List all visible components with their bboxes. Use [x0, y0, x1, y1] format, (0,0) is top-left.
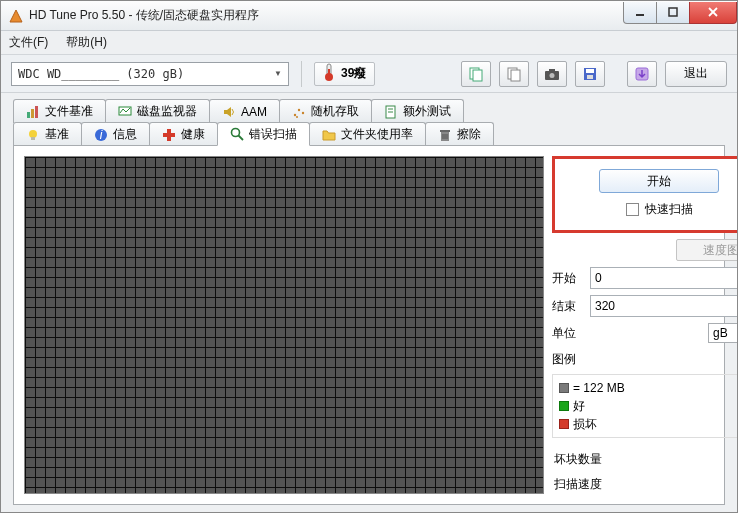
scan-speed-label: 扫描速度 — [554, 476, 602, 493]
speedmap-button: 速度图 — [676, 239, 738, 261]
quick-scan-label: 快速扫描 — [645, 201, 693, 218]
legend-swatch-block — [559, 383, 569, 393]
svg-line-38 — [239, 136, 244, 141]
separator — [301, 61, 302, 87]
titlebar: HD Tune Pro 5.50 - 传统/固态硬盘实用程序 — [1, 1, 737, 31]
stat-scan-speed: 扫描速度 - — [552, 475, 738, 494]
monitor-icon — [118, 105, 132, 119]
svg-rect-40 — [440, 130, 450, 132]
tab-aam[interactable]: AAM — [209, 99, 280, 123]
quick-scan-checkbox[interactable] — [626, 203, 639, 216]
start-spinner: ▲▼ — [590, 267, 738, 289]
unit-label: 单位 — [552, 325, 576, 342]
svg-point-25 — [298, 108, 300, 110]
minimize-button[interactable] — [623, 2, 657, 24]
svg-point-24 — [294, 113, 296, 115]
tab-row-bottom: 基准 i信息 健康 错误扫描 文件夹使用率 擦除 — [13, 122, 725, 146]
temperature-value: 39癈 — [341, 65, 366, 82]
window-title: HD Tune Pro 5.50 - 传统/固态硬盘实用程序 — [29, 7, 624, 24]
tabs-container: 文件基准 磁盘监视器 AAM 随机存取 额外测试 基准 i信息 健康 错误扫描 … — [1, 93, 737, 505]
tab-health[interactable]: 健康 — [149, 122, 218, 146]
svg-rect-7 — [328, 69, 330, 77]
copy-screenshot-button[interactable] — [499, 61, 529, 87]
svg-point-26 — [302, 111, 304, 113]
end-field-label: 结束 — [552, 298, 584, 315]
legend-title: 图例 — [552, 351, 738, 368]
tab-benchmark[interactable]: 基准 — [13, 122, 82, 146]
menu-file[interactable]: 文件(F) — [9, 34, 48, 51]
bad-blocks-label: 坏块数量 — [554, 451, 602, 468]
app-icon — [9, 9, 23, 23]
page-icon — [384, 105, 398, 119]
tab-random-access[interactable]: 随机存取 — [279, 99, 372, 123]
svg-rect-16 — [586, 69, 594, 73]
svg-marker-23 — [224, 107, 231, 117]
tab-info[interactable]: i信息 — [81, 122, 150, 146]
legend-swatch-good — [559, 401, 569, 411]
svg-rect-17 — [587, 75, 593, 79]
tab-error-scan[interactable]: 错误扫描 — [217, 122, 310, 146]
error-scan-panel: 开始 快速扫描 速度图 开始 ▲▼ 结束 — [13, 145, 725, 505]
trash-icon — [438, 128, 452, 142]
menubar: 文件(F) 帮助(H) — [1, 31, 737, 55]
scan-grid-cells — [25, 157, 543, 493]
options-button[interactable] — [627, 61, 657, 87]
tab-folder-usage[interactable]: 文件夹使用率 — [309, 122, 426, 146]
svg-rect-32 — [31, 137, 35, 140]
scan-controls: 开始 快速扫描 速度图 开始 ▲▼ 结束 — [552, 156, 738, 494]
legend-bad-text: 损坏 — [573, 415, 597, 433]
folder-icon — [322, 128, 336, 142]
scan-block-map — [24, 156, 544, 494]
end-spinner: ▲▼ — [590, 295, 738, 317]
maximize-button[interactable] — [656, 2, 690, 24]
app-window: HD Tune Pro 5.50 - 传统/固态硬盘实用程序 文件(F) 帮助(… — [0, 0, 738, 513]
start-input[interactable] — [590, 267, 738, 289]
spark-icon — [292, 105, 306, 119]
svg-rect-11 — [511, 70, 520, 81]
temperature-display: 39癈 — [314, 62, 375, 86]
thermometer-icon — [323, 63, 335, 84]
svg-rect-1 — [636, 14, 644, 16]
svg-point-31 — [29, 130, 37, 138]
save-button[interactable] — [575, 61, 605, 87]
chevron-down-icon: ▼ — [274, 69, 282, 78]
tab-row-top: 文件基准 磁盘监视器 AAM 随机存取 额外测试 — [13, 99, 725, 123]
unit-value: gB — [713, 326, 728, 340]
svg-point-14 — [550, 73, 555, 78]
plus-icon — [162, 128, 176, 142]
drive-select-text: WDC WD________ (320 gB) — [18, 67, 184, 81]
legend-swatch-bad — [559, 419, 569, 429]
svg-rect-21 — [35, 106, 38, 118]
svg-rect-19 — [27, 112, 30, 118]
exit-button[interactable]: 退出 — [665, 61, 727, 87]
tab-file-benchmark[interactable]: 文件基准 — [13, 99, 106, 123]
legend-block-text: = 122 MB — [573, 379, 625, 397]
tab-erase[interactable]: 擦除 — [425, 122, 494, 146]
start-highlight-box: 开始 快速扫描 — [552, 156, 738, 233]
svg-rect-2 — [669, 8, 677, 16]
svg-rect-13 — [549, 69, 555, 72]
copy-info-button[interactable] — [461, 61, 491, 87]
screenshot-button[interactable] — [537, 61, 567, 87]
start-button[interactable]: 开始 — [599, 169, 719, 193]
close-button[interactable] — [689, 2, 737, 24]
legend-box: = 122 MB 好 损坏 — [552, 374, 738, 438]
info-icon: i — [94, 128, 108, 142]
chart-icon — [26, 105, 40, 119]
svg-text:i: i — [100, 128, 103, 142]
legend-good-text: 好 — [573, 397, 585, 415]
bulb-icon — [26, 128, 40, 142]
tab-disk-monitor[interactable]: 磁盘监视器 — [105, 99, 210, 123]
svg-marker-0 — [10, 10, 22, 22]
svg-rect-9 — [473, 70, 482, 81]
speaker-icon — [222, 105, 236, 119]
menu-help[interactable]: 帮助(H) — [66, 34, 107, 51]
search-icon — [230, 127, 244, 141]
stat-bad-blocks: 坏块数量 - — [552, 450, 738, 469]
svg-rect-36 — [163, 133, 175, 137]
tab-extra-tests[interactable]: 额外测试 — [371, 99, 464, 123]
end-input[interactable] — [590, 295, 738, 317]
drive-select[interactable]: WDC WD________ (320 gB) ▼ — [11, 62, 289, 86]
svg-point-37 — [232, 129, 240, 137]
unit-select[interactable]: gB ▼ — [708, 323, 738, 343]
